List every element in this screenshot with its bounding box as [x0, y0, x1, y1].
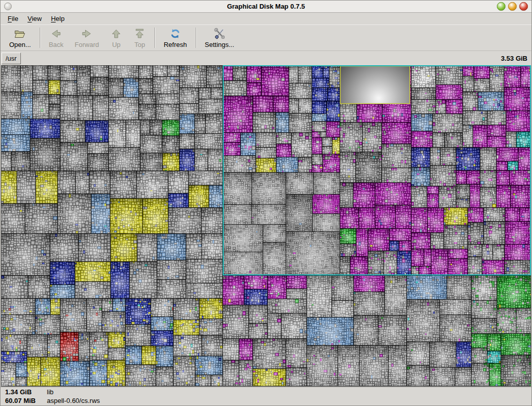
treemap-container: [1, 65, 531, 387]
toolbar-label: Back: [49, 41, 64, 48]
status-row: 1.34 GiBlib: [5, 388, 527, 396]
window-controls: [497, 2, 528, 11]
toolbar-label: Up: [112, 41, 121, 48]
refresh-icon: [169, 27, 181, 40]
pathbar: /usr 3.53 GiB: [1, 51, 531, 65]
minimize-button[interactable]: [497, 2, 506, 11]
open-button[interactable]: Open...: [4, 26, 37, 49]
window-title: Graphical Disk Map 0.7.5: [227, 3, 305, 10]
statusbar: 1.34 GiBlib60.07 MiBaspell-0.60/cs.rws: [1, 387, 531, 405]
status-name: aspell-0.60/cs.rws: [47, 397, 100, 404]
status-size: 1.34 GiB: [5, 388, 47, 396]
total-size-label: 3.53 GiB: [501, 55, 527, 62]
maximize-button[interactable]: [508, 2, 517, 11]
top-button: Top: [128, 26, 151, 49]
refresh-button[interactable]: Refresh: [158, 26, 193, 49]
toolbar-separator: [154, 28, 155, 48]
toolbar-separator: [40, 28, 40, 48]
close-button[interactable]: [519, 2, 528, 11]
app-window: Graphical Disk Map 0.7.5 FileViewHelp Op…: [0, 0, 532, 406]
treemap-canvas[interactable]: [1, 65, 531, 387]
menu-view[interactable]: View: [23, 14, 46, 23]
forward-button: Forward: [69, 26, 105, 49]
menu-help[interactable]: Help: [46, 14, 69, 23]
status-size: 60.07 MiB: [5, 397, 47, 404]
toolbar-label: Refresh: [164, 41, 187, 48]
up-button: Up: [104, 26, 128, 49]
path-tab[interactable]: /usr: [2, 53, 21, 64]
up-arrow-icon: [110, 27, 122, 40]
settings-button[interactable]: Settings...: [199, 26, 240, 49]
toolbar-label: Open...: [9, 41, 31, 48]
status-row: 60.07 MiBaspell-0.60/cs.rws: [5, 396, 527, 405]
window-menu-icon[interactable]: [4, 3, 12, 10]
status-name: lib: [47, 388, 54, 396]
toolbar-separator: [196, 28, 196, 48]
back-button: Back: [43, 26, 69, 49]
top-arrow-icon: [134, 27, 146, 40]
forward-arrow-icon: [81, 27, 93, 40]
toolbar: Open...BackForwardUpTopRefreshSettings..…: [1, 24, 531, 51]
titlebar[interactable]: Graphical Disk Map 0.7.5: [1, 1, 531, 13]
settings-icon: [214, 27, 226, 40]
menu-file[interactable]: File: [3, 14, 23, 23]
open-folder-icon: [14, 27, 26, 40]
toolbar-label: Top: [135, 41, 145, 48]
toolbar-label: Settings...: [205, 41, 234, 48]
toolbar-label: Forward: [75, 41, 99, 48]
menubar: FileViewHelp: [1, 13, 531, 24]
back-arrow-icon: [50, 27, 62, 40]
